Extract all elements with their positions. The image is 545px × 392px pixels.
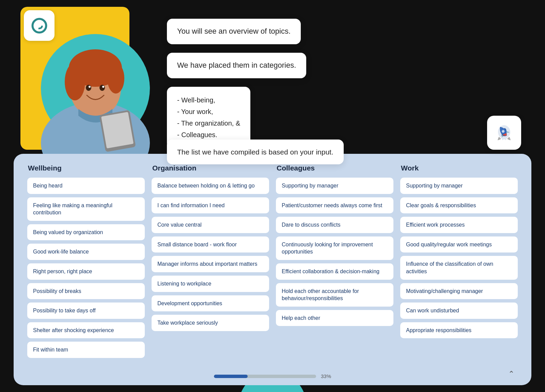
bubble-4-text: The list we have compiled is based on yo… (177, 148, 333, 156)
column-items-colleagues: Supporting by managerPatient/customer ne… (276, 178, 393, 326)
topic-card[interactable]: Good work-life balance (27, 244, 145, 260)
rocket-icon (494, 122, 514, 143)
app-logo-icon (30, 16, 49, 35)
svg-point-11 (102, 86, 104, 88)
topic-card[interactable]: Being heard (27, 178, 145, 194)
bubble-2-text: We have placed them in categories. (177, 61, 296, 69)
topic-card[interactable]: Motivating/challenging manager (400, 283, 518, 299)
topic-card[interactable]: Fit within team (27, 342, 145, 358)
svg-point-8 (86, 85, 91, 91)
progress-bar-container (214, 375, 316, 378)
progress-label: 33% (321, 373, 331, 379)
column-items-organisation: Balance between holding on & letting goI… (152, 178, 269, 331)
topic-card[interactable]: Help each other (276, 310, 393, 326)
topic-card[interactable]: Can work undisturbed (400, 303, 518, 319)
topic-card[interactable]: Take workplace seriously (152, 315, 269, 331)
topic-card[interactable]: Appropriate responsibilities (400, 322, 518, 339)
topic-card[interactable]: Being valued by organization (27, 224, 145, 241)
topic-card[interactable]: Clear goals & responsibilities (400, 197, 518, 214)
column-organisation: OrganisationBalance between holding on &… (152, 164, 269, 361)
topic-card[interactable]: Patient/customer needs always come first (276, 197, 393, 214)
speech-bubble-1: You will see an overview of topics. (167, 19, 301, 44)
topic-card[interactable]: I can find information I need (152, 197, 269, 214)
column-items-work: Supporting by managerClear goals & respo… (400, 178, 518, 338)
column-colleagues: ColleaguesSupporting by managerPatient/c… (276, 164, 393, 361)
topic-card[interactable]: Shelter after shocking experience (27, 322, 145, 339)
svg-point-4 (65, 63, 85, 100)
topic-card[interactable]: Dare to discuss conflicts (276, 217, 393, 233)
speech-bubble-3: - Well-being, - Your work, - The organiz… (167, 87, 250, 148)
main-card: WellbeingBeing heardFeeling like making … (14, 154, 531, 385)
chevron-up-button[interactable]: ⌃ (508, 370, 514, 378)
topic-card[interactable]: Supporting by manager (400, 178, 518, 194)
svg-point-12 (32, 19, 46, 32)
column-items-wellbeing: Being heardFeeling like making a meaning… (27, 178, 145, 358)
svg-point-13 (36, 23, 42, 28)
svg-point-5 (107, 63, 124, 94)
rocket-icon-box (487, 116, 521, 150)
column-header-wellbeing: Wellbeing (27, 164, 145, 172)
column-header-work: Work (400, 164, 518, 172)
topic-card[interactable]: Listening to workplace (152, 276, 269, 292)
topic-card[interactable]: Influence of the classification of own a… (400, 256, 518, 279)
topic-card[interactable]: Efficient work processes (400, 217, 518, 233)
progress-bar-fill (214, 375, 248, 378)
topic-card[interactable]: Supporting by manager (276, 178, 393, 194)
topic-card[interactable]: Right person, right place (27, 263, 145, 280)
bubble-1-text: You will see an overview of topics. (177, 27, 291, 35)
topics-columns: WellbeingBeing heardFeeling like making … (27, 164, 518, 361)
topic-card[interactable]: Feeling like making a meaningful contrib… (27, 197, 145, 221)
topic-card[interactable]: Efficient collaboration & decision-makin… (276, 263, 393, 280)
column-header-colleagues: Colleagues (276, 164, 393, 172)
column-work: WorkSupporting by managerClear goals & r… (400, 164, 518, 361)
topic-card[interactable]: Possibility of breaks (27, 283, 145, 299)
topic-card[interactable]: Balance between holding on & letting go (152, 178, 269, 194)
logo-container (24, 10, 54, 41)
speech-bubble-2: We have placed them in categories. (167, 53, 306, 78)
topic-card[interactable]: Small distance board - work floor (152, 236, 269, 253)
column-header-organisation: Organisation (152, 164, 269, 172)
topic-card[interactable]: Core value central (152, 217, 269, 233)
topic-card[interactable]: Manager informs about important matters (152, 256, 269, 272)
speech-bubble-4: The list we have compiled is based on yo… (167, 140, 344, 164)
svg-point-10 (89, 86, 91, 88)
topic-card[interactable]: Hold each other accountable for behaviou… (276, 283, 393, 307)
svg-point-9 (99, 85, 105, 91)
column-wellbeing: WellbeingBeing heardFeeling like making … (27, 164, 145, 361)
svg-rect-7 (101, 112, 134, 148)
topic-card[interactable]: Good quality/regular work meetings (400, 236, 518, 253)
bubble-3-text: - Well-being, - Your work, - The organiz… (177, 94, 240, 141)
topic-card[interactable]: Development opportunities (152, 295, 269, 312)
topic-card[interactable]: Possibility to take days off (27, 303, 145, 319)
topic-card[interactable]: Continuously looking for improvement opp… (276, 236, 393, 260)
